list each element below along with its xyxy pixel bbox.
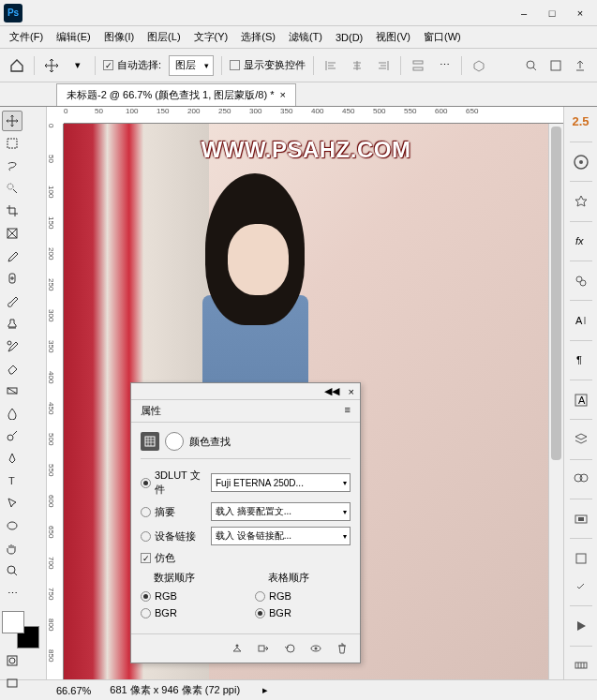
lasso-tool[interactable] [2,156,22,176]
zoom-tool[interactable] [2,560,22,581]
minimize-button[interactable]: – [511,4,537,22]
radio-table-bgr[interactable] [255,608,265,618]
styles-panel-icon[interactable]: fx [570,231,592,251]
align-left-icon[interactable] [321,56,340,75]
brush-size-value[interactable]: 2.5 [568,111,592,132]
frame-tool[interactable] [2,223,22,244]
dropdown-3dlut[interactable]: Fuji ETERNA 250D... [211,473,351,492]
reset-icon[interactable] [281,640,298,657]
pen-tool[interactable] [2,448,22,469]
type-tool[interactable]: T [2,470,22,491]
history-brush-tool[interactable] [2,335,22,356]
swatches-panel-icon[interactable] [570,191,592,211]
more-options-icon[interactable]: ⋯ [435,56,454,75]
channels-panel-icon[interactable] [570,469,592,489]
svg-rect-32 [145,437,155,446]
crop-tool[interactable] [2,201,22,221]
ruler-vertical[interactable]: 0501001502002503003504004505005506006507… [47,124,64,679]
path-select-tool[interactable] [2,493,22,514]
align-right-icon[interactable] [374,56,393,75]
play-icon[interactable] [570,616,592,635]
menu-type[interactable]: 文字(Y) [188,27,234,47]
adjustments-panel-icon[interactable] [570,271,592,290]
menu-view[interactable]: 视图(V) [370,27,416,47]
edit-toolbar[interactable]: ⋯ [2,583,22,603]
radio-3dlut[interactable] [141,478,151,488]
dropdown-device[interactable]: 载入 设备链接配... [211,527,351,545]
align-center-h-icon[interactable] [348,56,366,75]
auto-select-checkbox[interactable]: 自动选择: [103,58,161,72]
panel-menu-icon[interactable]: ≡ [345,404,351,415]
paths-panel-icon[interactable] [570,509,592,529]
stamp-tool[interactable] [2,313,22,334]
mask-icon[interactable] [165,432,184,451]
svg-point-2 [527,61,534,68]
share-icon[interactable] [571,56,590,75]
move-tool[interactable] [2,111,22,131]
dodge-tool[interactable] [2,425,22,446]
maximize-button[interactable]: □ [539,4,565,22]
blur-tool[interactable] [2,403,22,424]
menu-layer[interactable]: 图层(L) [142,27,186,47]
dropdown-icon[interactable]: ▾ [68,56,87,75]
color-panel-icon[interactable] [570,152,592,171]
marquee-tool[interactable] [2,133,22,154]
radio-device[interactable] [141,531,151,542]
eyedropper-tool[interactable] [2,246,22,266]
zoom-level[interactable]: 66.67% [56,685,91,696]
menu-image[interactable]: 图像(I) [98,27,140,47]
radio-data-bgr[interactable] [141,608,151,618]
healing-tool[interactable] [2,268,22,289]
history-panel-icon[interactable] [570,576,592,596]
character-panel-icon[interactable]: A [570,310,592,330]
checkbox-dither[interactable] [141,553,151,563]
actions-panel-icon[interactable] [570,548,592,568]
move-icon[interactable] [42,56,61,75]
menu-window[interactable]: 窗口(W) [418,27,467,47]
menu-select[interactable]: 选择(S) [235,27,281,47]
glyphs-panel-icon[interactable]: A [570,390,592,410]
dropdown-abstract[interactable]: 载入 摘要配置文... [211,502,351,521]
hand-tool[interactable] [2,538,22,559]
workspace-icon[interactable] [546,56,565,75]
document-tab[interactable]: 未标题-2 @ 66.7% (颜色查找 1, 图层蒙版/8) * × [56,83,296,106]
menu-file[interactable]: 文件(F) [4,27,49,47]
brush-tool[interactable] [2,290,22,311]
panel-close-icon[interactable]: × [349,386,354,397]
eraser-tool[interactable] [2,358,22,379]
search-icon[interactable] [522,56,541,75]
vertical-scrollbar[interactable] [548,124,563,679]
show-transform-checkbox[interactable]: 显示变换控件 [230,58,306,72]
previous-state-icon[interactable] [255,640,272,657]
radio-table-rgb[interactable] [255,591,265,602]
tab-close-icon[interactable]: × [279,89,285,100]
screen-mode-tool[interactable] [2,673,22,693]
menu-edit[interactable]: 编辑(E) [51,27,97,47]
timeline-panel-icon[interactable] [570,655,592,675]
visibility-icon[interactable] [307,640,324,657]
collapse-icon[interactable]: ◀◀ [324,385,339,397]
distribute-icon[interactable] [409,56,427,75]
color-swatches[interactable] [2,611,39,648]
menu-3d[interactable]: 3D(D) [330,29,368,46]
layers-panel-icon[interactable] [570,429,592,449]
delete-icon[interactable] [334,640,351,657]
radio-abstract[interactable] [141,507,151,517]
ruler-horizontal[interactable]: 050100150200250300350400450500550600650 [64,107,563,124]
home-icon[interactable] [7,56,26,75]
paragraph-panel-icon[interactable]: ¶ [570,350,592,370]
radio-data-rgb[interactable] [141,591,151,602]
panel-tab-properties[interactable]: 属性 ≡ [131,400,360,423]
quick-mask-tool[interactable] [2,650,22,671]
shape-tool[interactable] [2,515,22,536]
clip-to-layer-icon[interactable] [229,640,246,657]
auto-select-target-dropdown[interactable]: 图层 [169,55,214,76]
statusbar-chevron-icon[interactable]: ▸ [262,684,268,696]
gradient-tool[interactable] [2,380,22,401]
menu-filter[interactable]: 滤镜(T) [283,27,328,47]
3d-mode-icon[interactable] [470,56,488,75]
quick-select-tool[interactable] [2,178,22,199]
close-button[interactable]: × [567,4,593,22]
foreground-color[interactable] [2,611,24,633]
panel-header[interactable]: ◀◀ × [131,383,360,400]
